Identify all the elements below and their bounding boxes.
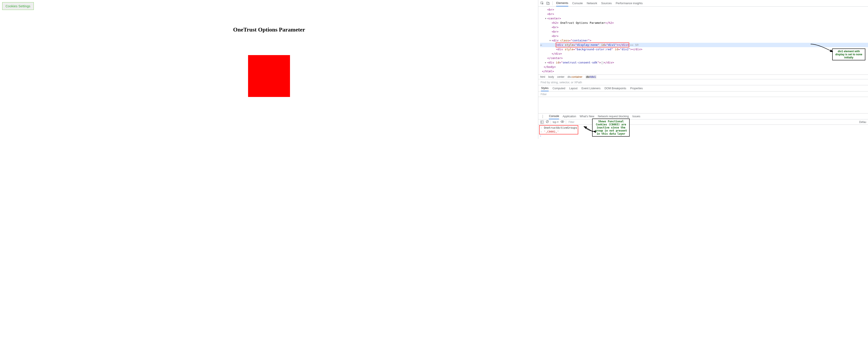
find-input[interactable] [540,80,866,84]
dom-node-br[interactable]: <br> [540,25,868,30]
styles-filter-input[interactable] [540,93,866,96]
dom-tree[interactable]: <br> <br> ▼<center> <h2> OneTrust Option… [538,7,868,74]
dom-node-html-close[interactable]: </html> [540,69,868,74]
crumb-body[interactable]: body [548,75,554,78]
dom-node-center-close[interactable]: </center> [540,56,868,60]
tab-console[interactable]: Console [572,0,583,6]
svg-point-8 [562,121,563,122]
dom-node-onetrust-sdk[interactable]: ▶<div id="onetrust-consent-sdk">⋯</div> [540,60,868,65]
annotation-callout-console: Shows Functional Cookies (C0003) are ina… [592,118,630,137]
annotation-callout-div1: div1 element with display is set to none… [832,48,865,60]
devtools-panel: Elements Console Network Sources Perform… [538,0,868,139]
dom-node-div-container-open[interactable]: ▼<div class="container"> [540,38,868,43]
console-filter-input[interactable] [568,120,581,124]
console-sidebar-toggle-icon[interactable] [540,120,544,124]
dom-node-div1-selected[interactable]: ⋯<div style="display:none" id="div1"></d… [540,43,868,47]
crumb-center[interactable]: center [557,75,564,78]
tab-properties[interactable]: Properties [630,85,643,91]
console-context-selector[interactable]: top ▼ [553,120,559,123]
svg-line-9 [584,127,593,132]
crumb-div-container[interactable]: div.container [568,75,582,78]
inspect-element-icon[interactable] [540,1,545,5]
svg-rect-2 [548,2,549,4]
page-content: OneTrust Options Parameter [0,0,538,97]
dom-node-br[interactable]: <br> [540,12,868,16]
dom-node-div2[interactable]: <div style="background-color:red" id="di… [540,47,868,51]
chevron-down-icon: ▼ [557,121,559,123]
tab-computed[interactable]: Computed [553,85,565,91]
drawer-tab-application[interactable]: Application [563,113,576,119]
styles-filter-row [538,92,868,97]
console-log-levels[interactable]: Defau [859,120,866,123]
dom-node-div-container-close[interactable]: </div> [540,51,868,56]
dom-breadcrumbs[interactable]: html body center div.container div#div1 [538,74,868,79]
svg-line-6 [547,121,548,122]
dom-node-br[interactable]: <br> [540,30,868,34]
console-input-line: ›OnetrustActiveGroups [540,126,577,130]
separator [552,1,553,5]
tab-styles[interactable]: Styles [541,85,549,91]
tab-elements[interactable]: Elements [556,0,568,6]
tab-network[interactable]: Network [587,0,597,6]
page-title: OneTrust Options Parameter [0,27,538,33]
tab-sources[interactable]: Sources [601,0,612,6]
dom-node-br[interactable]: <br> [540,7,868,12]
console-body[interactable]: ›OnetrustActiveGroups ‹',C0001,' › Shows… [538,125,868,139]
tab-event-listeners[interactable]: Event Listeners [582,85,600,91]
crumb-div1-selected[interactable]: div#div1 [586,75,596,78]
devtools-toolbar: Elements Console Network Sources Perform… [538,0,868,7]
dom-node-center-open[interactable]: ▼<center> [540,16,868,21]
tab-performance-insights[interactable]: Performance insights [616,0,643,6]
drawer-tab-issues[interactable]: Issues [632,113,640,119]
dom-node-h2[interactable]: <h2> OneTrust Options Parameter</h2> [540,21,868,25]
drawer-menu-icon[interactable]: ⋮ [541,114,545,118]
find-bar [538,79,868,85]
device-toggle-icon[interactable] [546,1,550,5]
rendered-page: Cookies Settings OneTrust Options Parame… [0,0,538,139]
live-expression-icon[interactable] [561,120,564,124]
separator [551,120,551,124]
separator [566,120,566,124]
svg-rect-4 [541,121,542,123]
console-output-line: ‹',C0001,' [540,130,577,134]
styles-tabs: Styles Computed Layout Event Listeners D… [538,85,868,92]
drawer-tab-console[interactable]: Console [549,113,559,119]
tab-dom-breakpoints[interactable]: DOM Breakpoints [604,85,626,91]
red-div2-box [248,55,290,97]
console-highlight-box: ›OnetrustActiveGroups ‹',C0001,' [539,126,578,134]
drawer-tabs: ⋮ Console Application What's New Network… [538,113,868,119]
app-root: Cookies Settings OneTrust Options Parame… [0,0,868,139]
clear-console-icon[interactable] [546,120,549,124]
devtools-main-tabs: Elements Console Network Sources Perform… [555,0,643,6]
console-prompt[interactable]: › [539,134,867,138]
cookies-settings-button[interactable]: Cookies Settings [2,2,34,10]
crumb-html[interactable]: html [540,75,545,78]
tab-layout[interactable]: Layout [569,85,578,91]
console-toolbar: top ▼ Defau [538,119,868,125]
dom-node-body-close[interactable]: </body> [540,65,868,69]
dom-node-br[interactable]: <br> [540,34,868,38]
